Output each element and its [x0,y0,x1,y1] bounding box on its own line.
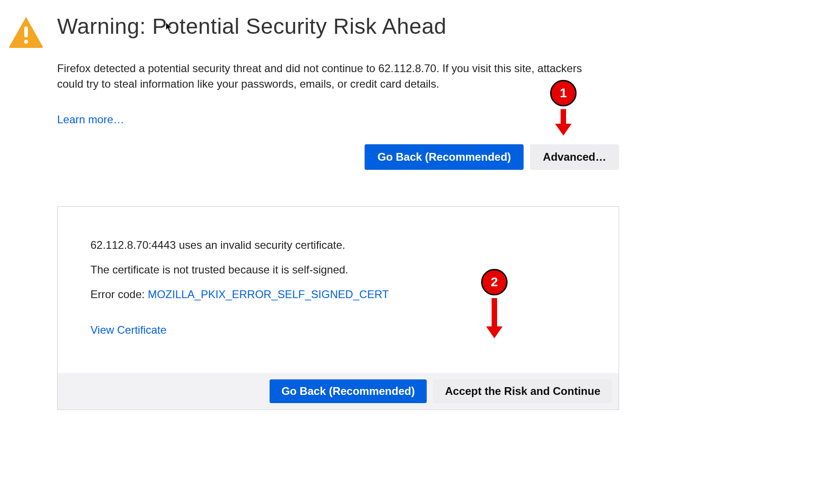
view-certificate-link[interactable]: View Certificate [90,324,166,336]
accept-risk-button[interactable]: Accept the Risk and Continue [433,379,612,403]
advanced-button[interactable]: Advanced… [530,144,619,170]
main-button-row: Go Back (Recommended) Advanced… [57,144,619,170]
learn-more-link[interactable]: Learn more… [57,113,124,126]
error-code-link[interactable]: MOZILLA_PKIX_ERROR_SELF_SIGNED_CERT [148,288,389,300]
advanced-button-row: Go Back (Recommended) Accept the Risk an… [58,373,619,410]
warning-triangle-icon [8,16,44,48]
go-back-button[interactable]: Go Back (Recommended) [365,144,524,170]
warning-title: Warning: Potential Security Risk Ahead [57,14,619,39]
warning-description: Firefox detected a potential security th… [57,61,592,91]
error-code-label: Error code: [90,288,148,300]
advanced-panel: 62.112.8.70:4443 uses an invalid securit… [57,206,619,410]
invalid-cert-text: 62.112.8.70:4443 uses an invalid securit… [90,239,586,252]
svg-point-1 [24,40,28,44]
svg-rect-0 [24,26,28,37]
not-trusted-text: The certificate is not trusted because i… [90,263,586,276]
cursor-icon [165,22,174,33]
error-code-line: Error code: MOZILLA_PKIX_ERROR_SELF_SIGN… [90,288,586,301]
go-back-button-advanced[interactable]: Go Back (Recommended) [270,379,427,403]
